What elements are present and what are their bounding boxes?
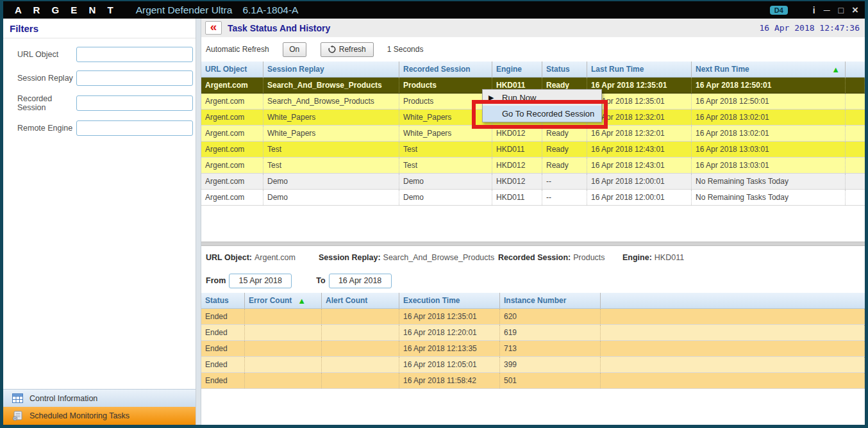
cell-url: Argent.com <box>201 94 263 109</box>
error-count-label: Error Count <box>249 293 292 308</box>
collapse-filters-button[interactable]: « <box>205 21 222 35</box>
toolbar: Automatic Refresh On Refresh 1 Seconds <box>201 37 865 62</box>
auto-refresh-label: Automatic Refresh <box>206 45 269 54</box>
summary-session-replay: Session Replay:Search_And_Browse_Product… <box>319 253 498 262</box>
filter-label-remote-engine: Remote Engine <box>17 124 76 133</box>
next-run-time-label: Next Run Time <box>696 62 749 77</box>
column-header-instance-number[interactable]: Instance Number <box>500 293 601 308</box>
cell-last: 16 Apr 2018 12:32:01 <box>587 126 692 141</box>
cell-filler <box>846 78 865 93</box>
cell-filler <box>846 158 865 173</box>
cell-replay: Demo <box>263 174 399 189</box>
cell-next: 16 Apr 2018 13:03:01 <box>692 142 846 157</box>
cell-next: 16 Apr 2018 13:02:01 <box>692 110 846 125</box>
table-row[interactable]: Ended16 Apr 2018 12:35:01620 <box>201 309 865 325</box>
table-row[interactable]: Ended16 Apr 2018 11:58:42501 <box>201 373 865 389</box>
date-range-row: From To <box>201 268 865 293</box>
filter-label-session-replay: Session Replay <box>17 74 76 83</box>
column-header-status[interactable]: Status <box>201 293 245 308</box>
cell-instance: 713 <box>500 341 601 356</box>
cell-error <box>245 325 322 340</box>
auto-refresh-on-button[interactable]: On <box>283 42 306 57</box>
to-date-input[interactable] <box>329 274 392 288</box>
menu-item-run-now[interactable]: ▶ Run Now <box>483 90 601 106</box>
column-header-execution-time[interactable]: Execution Time <box>399 293 500 308</box>
cell-url: Argent.com <box>201 174 263 189</box>
play-icon: ▶ <box>488 94 494 102</box>
column-header-engine[interactable]: Engine <box>492 62 542 77</box>
minimize-icon[interactable]: ─ <box>824 6 830 15</box>
column-header-error-count[interactable]: Error Count ▲ <box>245 293 322 308</box>
column-header-session-replay[interactable]: Session Replay <box>263 62 399 77</box>
table-row[interactable]: Argent.comDemoDemoHKD011--16 Apr 2018 12… <box>201 190 865 206</box>
cell-recorded: White_Papers <box>399 110 492 125</box>
cell-engine: HKD012 <box>492 126 542 141</box>
cell-last: 16 Apr 2018 12:32:01 <box>587 110 692 125</box>
filter-label-url-object: URL Object <box>17 50 76 59</box>
summary-url-object: URL Object:Argent.com <box>206 253 319 262</box>
page-title: Task Status And History <box>228 23 330 33</box>
refresh-button[interactable]: Refresh <box>321 42 374 57</box>
summary-session-replay-label: Session Replay: <box>319 253 381 262</box>
summary-recorded-session-value: Products <box>573 253 605 262</box>
cell-recorded: Test <box>399 158 492 173</box>
remote-engine-input[interactable] <box>76 120 193 136</box>
cell-recorded: Demo <box>399 190 492 205</box>
table-row[interactable]: Argent.comWhite_PapersWhite_PapersHKD012… <box>201 126 865 142</box>
column-header-url-object[interactable]: URL Object <box>201 62 263 77</box>
cell-last: 16 Apr 2018 12:00:01 <box>587 174 692 189</box>
cell-next: 16 Apr 2018 12:50:01 <box>692 78 846 93</box>
column-header-next-run-time[interactable]: Next Run Time ▲ <box>692 62 846 77</box>
app-version: 6.1A-1804-A <box>242 4 298 16</box>
table-row[interactable]: Argent.comTestTestHKD011Ready16 Apr 2018… <box>201 142 865 158</box>
pane-splitter <box>196 19 201 425</box>
url-object-input[interactable] <box>76 47 193 62</box>
cell-url: Argent.com <box>201 110 263 125</box>
from-label: From <box>206 276 226 285</box>
cell-replay: Test <box>263 158 399 173</box>
cell-instance: 399 <box>500 357 601 372</box>
nav-control-information[interactable]: Control Information <box>3 389 196 407</box>
close-icon[interactable]: × <box>852 4 858 15</box>
menu-item-go-to-recorded-session[interactable]: Go To Recorded Session <box>483 106 601 122</box>
table-row[interactable]: Ended16 Apr 2018 12:13:35713 <box>201 341 865 357</box>
filter-label-recorded-session: Recorded Session <box>17 94 76 112</box>
info-icon[interactable]: i <box>813 6 815 15</box>
summary-recorded-session: Recorded Session:Products <box>498 253 622 262</box>
cell-last: 16 Apr 2018 12:35:01 <box>587 94 692 109</box>
cell-time: 16 Apr 2018 12:13:35 <box>399 341 500 356</box>
table-row[interactable]: Ended16 Apr 2018 12:20:01619 <box>201 325 865 341</box>
app-title: Argent Defender Ultra <box>136 4 233 16</box>
table-row[interactable]: Ended16 Apr 2018 12:05:01399 <box>201 357 865 373</box>
from-date-input[interactable] <box>229 274 292 288</box>
cell-status: Ended <box>201 325 245 340</box>
cell-status: Ready <box>542 126 587 141</box>
sort-ascending-icon[interactable]: ▲ <box>831 65 840 74</box>
column-header-alert-count[interactable]: Alert Count <box>322 293 399 308</box>
cell-next: 16 Apr 2018 13:03:01 <box>692 158 846 173</box>
history-table: Status Error Count ▲ Alert Count Executi… <box>201 293 865 389</box>
summary-url-object-label: URL Object: <box>206 253 252 262</box>
current-timestamp: 16 Apr 2018 12:47:36 <box>759 23 860 33</box>
table-row[interactable]: Argent.comDemoDemoHKD012--16 Apr 2018 12… <box>201 174 865 190</box>
table-row[interactable]: Argent.comTestTestHKD012Ready16 Apr 2018… <box>201 158 865 174</box>
column-header-last-run-time[interactable]: Last Run Time <box>587 62 692 77</box>
cell-engine: HKD011 <box>492 190 542 205</box>
filter-field-session-replay: Session Replay <box>17 70 193 86</box>
sort-ascending-icon[interactable]: ▲ <box>297 297 306 305</box>
cell-status: -- <box>542 174 587 189</box>
column-header-status[interactable]: Status <box>542 62 587 77</box>
cell-filler <box>601 357 865 372</box>
main-pane: « Task Status And History 16 Apr 2018 12… <box>201 19 865 425</box>
session-replay-input[interactable] <box>76 70 193 86</box>
cell-alert <box>322 325 399 340</box>
column-header-recorded-session[interactable]: Recorded Session <box>399 62 492 77</box>
engine-badge: D4 <box>770 6 788 15</box>
cell-status: Ready <box>542 158 587 173</box>
nav-scheduled-monitoring-tasks[interactable]: Scheduled Monitoring Tasks <box>3 407 196 425</box>
maximize-icon[interactable]: □ <box>839 6 844 15</box>
history-table-header: Status Error Count ▲ Alert Count Executi… <box>201 293 865 309</box>
cell-time: 16 Apr 2018 11:58:42 <box>399 373 500 388</box>
recorded-session-input[interactable] <box>76 95 193 111</box>
task-status-table: URL Object Session Replay Recorded Sessi… <box>201 62 865 206</box>
